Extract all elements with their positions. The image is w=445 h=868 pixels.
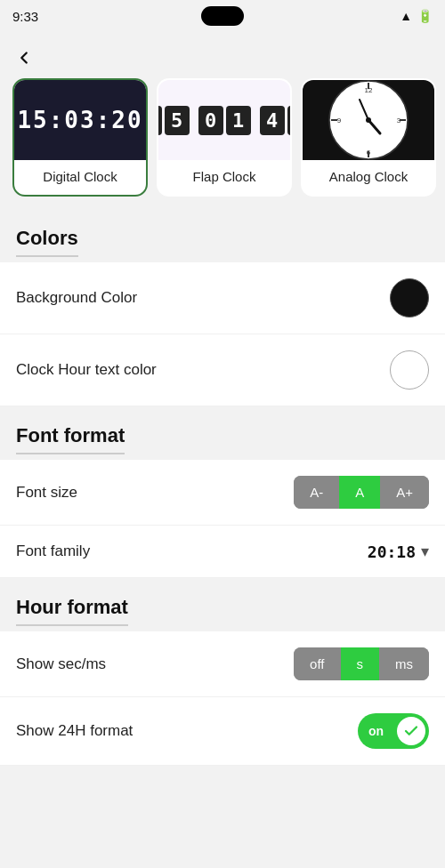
toggle-knob xyxy=(397,717,425,745)
font-family-value: 20:18 xyxy=(368,542,416,561)
hour-format-section-header: Hour format xyxy=(0,578,445,631)
background-color-picker[interactable] xyxy=(390,278,429,317)
sec-s-btn[interactable]: s xyxy=(341,647,380,680)
show-sec-control: off s ms xyxy=(294,647,429,680)
clock-hour-color-row: Clock Hour text color xyxy=(0,334,445,406)
svg-text:12: 12 xyxy=(365,86,373,94)
font-family-control[interactable]: 20:18 ▾ xyxy=(368,542,429,561)
svg-text:9: 9 xyxy=(337,117,342,125)
clock-card-flap[interactable]: 1 5 0 1 4 2 Flap Clock xyxy=(157,78,292,197)
show-24h-row: Show 24H format on xyxy=(0,697,445,766)
flap-d2: 5 xyxy=(165,106,190,135)
svg-text:3: 3 xyxy=(397,117,401,125)
flap-d3: 0 xyxy=(198,106,223,135)
status-icons: ▲ 🔋 xyxy=(400,9,433,23)
flap-d1: 1 xyxy=(157,106,162,135)
font-size-row: Font size A- A A+ xyxy=(0,460,445,526)
show-24h-label: Show 24H format xyxy=(16,722,133,740)
clock-hour-color-label: Clock Hour text color xyxy=(16,361,157,379)
clock-card-digital[interactable]: 15:03:20 Digital Clock xyxy=(12,78,148,197)
chevron-down-icon: ▾ xyxy=(421,542,429,561)
svg-text:6: 6 xyxy=(367,149,371,157)
clock-hour-color-picker[interactable] xyxy=(390,350,429,390)
show-sec-label: Show sec/ms xyxy=(16,655,106,673)
hour-format-title: Hour format xyxy=(16,596,128,626)
sec-off-btn[interactable]: off xyxy=(294,647,340,680)
font-size-label: Font size xyxy=(16,484,77,502)
flap-d4: 1 xyxy=(226,106,251,135)
analog-preview: 12 3 6 9 xyxy=(303,80,434,160)
flap-d6: 2 xyxy=(287,106,293,135)
analog-clock-svg: 12 3 6 9 xyxy=(328,80,409,160)
svg-point-11 xyxy=(366,117,371,123)
battery-icon: 🔋 xyxy=(417,9,433,23)
background-color-row: Background Color xyxy=(0,262,445,334)
colors-title: Colors xyxy=(16,227,78,257)
digital-clock-text: 15:03:20 xyxy=(17,107,142,133)
background-color-label: Background Color xyxy=(16,289,137,307)
clock-card-analog[interactable]: 12 3 6 9 Analog Clock xyxy=(301,78,436,197)
font-family-row: Font family 20:18 ▾ xyxy=(0,526,445,578)
back-row xyxy=(0,32,445,78)
flap-d5: 4 xyxy=(260,106,285,135)
show-sec-row: Show sec/ms off s ms xyxy=(0,631,445,697)
flap-clock-label: Flap Clock xyxy=(193,169,256,184)
colors-section-header: Colors xyxy=(0,209,445,262)
analog-clock-label: Analog Clock xyxy=(329,169,408,184)
status-bar: 9:33 ▲ 🔋 xyxy=(0,0,445,32)
status-time: 9:33 xyxy=(12,9,38,24)
camera-pill xyxy=(201,6,244,26)
digital-preview: 15:03:20 xyxy=(14,80,146,160)
clock-picker: 15:03:20 Digital Clock 1 5 0 1 4 2 Flap … xyxy=(0,78,445,209)
font-size-medium-btn[interactable]: A xyxy=(339,476,380,509)
wifi-icon: ▲ xyxy=(400,9,412,23)
sec-ms-btn[interactable]: ms xyxy=(379,647,429,680)
font-size-control: A- A A+ xyxy=(294,476,429,509)
font-format-section-header: Font format xyxy=(0,406,445,460)
font-size-large-btn[interactable]: A+ xyxy=(380,476,429,509)
font-family-label: Font family xyxy=(16,542,90,560)
back-button[interactable] xyxy=(7,41,41,75)
font-format-title: Font format xyxy=(16,424,125,454)
flap-preview: 1 5 0 1 4 2 xyxy=(158,80,290,160)
digital-clock-label: Digital Clock xyxy=(43,169,117,184)
show-24h-toggle[interactable]: on xyxy=(358,713,429,749)
font-size-small-btn[interactable]: A- xyxy=(294,476,339,509)
toggle-on-label: on xyxy=(368,724,384,738)
